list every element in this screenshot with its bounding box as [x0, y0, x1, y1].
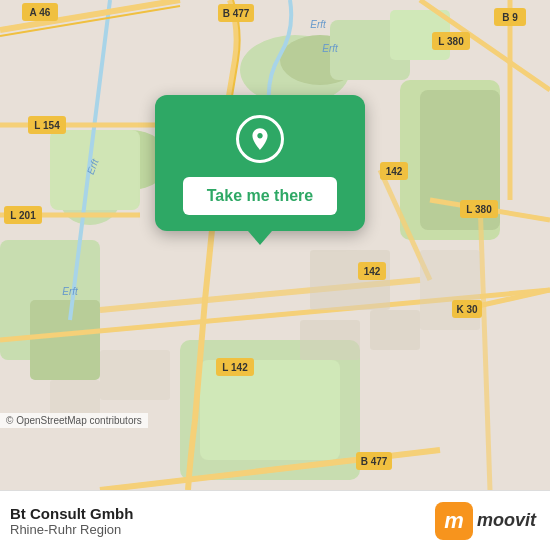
- svg-text:Erft: Erft: [310, 19, 327, 30]
- svg-text:L 380: L 380: [438, 36, 464, 47]
- take-me-there-button[interactable]: Take me there: [183, 177, 337, 215]
- svg-text:K 30: K 30: [456, 304, 478, 315]
- location-icon-circle: [236, 115, 284, 163]
- svg-text:142: 142: [386, 166, 403, 177]
- svg-text:L 380: L 380: [466, 204, 492, 215]
- bottom-bar: Bt Consult Gmbh Rhine-Ruhr Region m moov…: [0, 490, 550, 550]
- moovit-wordmark: moovit: [477, 510, 536, 531]
- place-region: Rhine-Ruhr Region: [10, 522, 133, 537]
- place-name: Bt Consult Gmbh: [10, 505, 133, 522]
- svg-text:142: 142: [364, 266, 381, 277]
- svg-rect-31: [100, 350, 170, 400]
- map-view: A 46 B 477 L 154 Erft Erft Erft Erft B 9…: [0, 0, 550, 490]
- svg-text:B 9: B 9: [502, 12, 518, 23]
- moovit-logo: m moovit: [435, 502, 536, 540]
- svg-text:Erft: Erft: [62, 286, 79, 297]
- place-info: Bt Consult Gmbh Rhine-Ruhr Region: [10, 505, 133, 537]
- svg-text:A 46: A 46: [30, 7, 51, 18]
- copyright-text: © OpenStreetMap contributors: [0, 413, 148, 428]
- popup-card: Take me there: [155, 95, 365, 231]
- svg-rect-8: [30, 300, 100, 380]
- svg-text:B 477: B 477: [223, 8, 250, 19]
- svg-rect-29: [370, 310, 420, 350]
- svg-text:Erft: Erft: [322, 43, 339, 54]
- svg-rect-28: [300, 320, 360, 360]
- moovit-m-icon: m: [435, 502, 473, 540]
- svg-text:L 142: L 142: [222, 362, 248, 373]
- svg-text:L 154: L 154: [34, 120, 60, 131]
- svg-text:B 477: B 477: [361, 456, 388, 467]
- svg-text:L 201: L 201: [10, 210, 36, 221]
